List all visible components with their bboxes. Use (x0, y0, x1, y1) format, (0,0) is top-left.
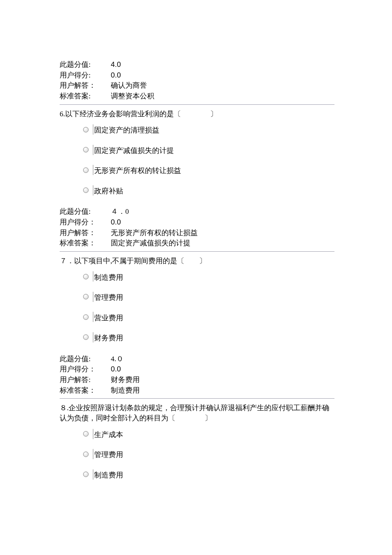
vline-icon (93, 185, 93, 196)
option-row[interactable]: 固定资产减值损失的计提 (83, 144, 334, 155)
option-text: 管理费用 (94, 292, 123, 303)
radio-icon[interactable] (83, 147, 89, 152)
question-8: ８.企业按照辞退计划条款的规定，合理预计并确认辞退福利产生的应付职工薪酬并确认为… (60, 403, 334, 480)
meta-value-user-answer: 确认为商誉 (111, 81, 147, 91)
meta-row-user-score: 用户得分: 0.0 (60, 70, 334, 81)
question-stem: ８.企业按照辞退计划条款的规定，合理预计并确认辞退福利产生的应付职工薪酬并确认为… (60, 403, 334, 423)
radio-icon[interactable] (83, 431, 89, 437)
vline-icon (93, 332, 93, 342)
meta-value-user-answer: 财务费用 (111, 375, 140, 385)
meta-row-user-answer: 用户解答： 无形资产所有权的转让损益 (60, 228, 334, 239)
meta-label-user-answer: 用户解答: (60, 375, 111, 385)
meta-row-user-answer: 用户解答： 确认为商誉 (60, 81, 334, 91)
radio-icon[interactable] (83, 127, 89, 132)
q5-meta: 此题分值: 4.0 用户得分: 0.0 用户解答： 确认为商誉 标准答案: 调整… (60, 60, 334, 102)
meta-label-user-answer: 用户解答： (60, 228, 111, 239)
option-text: 制造费用 (94, 470, 123, 481)
option-text: 无形资产所有权的转让损益 (94, 165, 181, 176)
meta-label-correct-answer: 标准答案： (60, 385, 111, 396)
option-text: 管理费用 (94, 449, 123, 460)
option-text: 营业费用 (94, 313, 123, 324)
meta-row-correct-answer: 标准答案： 固定资产减值损失的计提 (60, 238, 334, 249)
meta-value-correct-answer: 调整资本公积 (111, 91, 154, 102)
vline-icon (93, 429, 93, 439)
meta-value-correct-answer: 固定资产减值损失的计提 (111, 238, 190, 249)
radio-icon[interactable] (83, 187, 89, 193)
meta-label-correct-answer: 标准答案： (60, 238, 111, 249)
option-row[interactable]: 营业费用 (83, 312, 334, 323)
divider (60, 104, 334, 105)
q7-meta: 此题分值: 4.０ 用户得分： 0.0 用户解答: 财务费用 标准答案： 制造费… (60, 354, 334, 396)
option-text: 生产成本 (94, 429, 123, 440)
radio-icon[interactable] (83, 314, 89, 320)
meta-row-user-score: 用户得分： 0.0 (60, 217, 334, 228)
meta-label-user-score: 用户得分： (60, 217, 111, 228)
meta-value-user-score: 0.0 (111, 217, 121, 228)
meta-label-user-score: 用户得分： (60, 364, 111, 375)
vline-icon (93, 469, 93, 480)
option-text: 政府补贴 (94, 186, 123, 197)
option-row[interactable]: 无形资产所有权的转让损益 (83, 164, 334, 175)
radio-icon[interactable] (83, 294, 89, 299)
question-stem: 6.以下经济业务会影响营业利润的是〔 〕 (60, 109, 334, 119)
radio-icon[interactable] (83, 167, 89, 173)
option-text: 制造费用 (94, 272, 123, 283)
option-row[interactable]: 管理费用 (83, 291, 334, 302)
meta-label-user-answer: 用户解答： (60, 81, 111, 91)
q6-meta: 此题分值: ４．0 用户得分： 0.0 用户解答： 无形资产所有权的转让损益 标… (60, 207, 334, 249)
question-stem: ７．以下项目中,不属于期间费用的是〔 〕 (60, 256, 334, 266)
options-list: 固定资产的清理损益 固定资产减值损失的计提 无形资产所有权的转让损益 政府补贴 (83, 124, 334, 196)
option-text: 固定资产减值损失的计提 (94, 145, 174, 156)
meta-label-correct-answer: 标准答案: (60, 91, 111, 102)
meta-row-score: 此题分值: 4.０ (60, 354, 334, 365)
question-7: ７．以下项目中,不属于期间费用的是〔 〕 制造费用 管理费用 营业费用 财务费用… (60, 256, 334, 396)
vline-icon (93, 145, 93, 155)
meta-value-user-score: 0.0 (111, 70, 121, 81)
meta-row-score: 此题分值: ４．0 (60, 207, 334, 217)
option-row[interactable]: 固定资产的清理损益 (83, 124, 334, 135)
option-row[interactable]: 生产成本 (83, 428, 334, 440)
divider (60, 251, 334, 252)
option-text: 固定资产的清理损益 (94, 125, 159, 136)
option-row[interactable]: 政府补贴 (83, 185, 334, 196)
meta-label-score: 此题分值: (60, 60, 111, 70)
meta-value-score: 4.０ (111, 354, 124, 365)
radio-icon[interactable] (83, 334, 89, 340)
meta-value-user-answer: 无形资产所有权的转让损益 (111, 228, 198, 239)
meta-label-score: 此题分值: (60, 354, 111, 365)
option-row[interactable]: 财务费用 (83, 332, 334, 343)
radio-icon[interactable] (83, 274, 89, 279)
question-6: 6.以下经济业务会影响营业利润的是〔 〕 固定资产的清理损益 固定资产减值损失的… (60, 109, 334, 249)
options-list: 制造费用 管理费用 营业费用 财务费用 (83, 271, 334, 343)
meta-row-score: 此题分值: 4.0 (60, 60, 334, 70)
radio-icon[interactable] (83, 472, 89, 477)
meta-row-correct-answer: 标准答案: 调整资本公积 (60, 91, 334, 102)
option-row[interactable]: 管理费用 (83, 449, 334, 460)
vline-icon (93, 165, 93, 175)
vline-icon (93, 271, 93, 282)
meta-value-score: ４．0 (111, 207, 129, 217)
meta-row-correct-answer: 标准答案： 制造费用 (60, 385, 334, 396)
meta-row-user-answer: 用户解答: 财务费用 (60, 375, 334, 385)
meta-label-user-score: 用户得分: (60, 70, 111, 81)
vline-icon (93, 124, 93, 135)
meta-value-user-score: 0.0 (111, 364, 121, 375)
meta-value-correct-answer: 制造费用 (111, 385, 140, 396)
options-list: 生产成本 管理费用 制造费用 (83, 428, 334, 480)
divider (60, 398, 334, 399)
option-row[interactable]: 制造费用 (83, 271, 334, 282)
meta-value-score: 4.0 (111, 60, 121, 70)
vline-icon (93, 449, 93, 459)
vline-icon (93, 312, 93, 322)
vline-icon (93, 292, 93, 302)
meta-label-score: 此题分值: (60, 207, 111, 217)
radio-icon[interactable] (83, 451, 89, 457)
option-row[interactable]: 制造费用 (83, 469, 334, 480)
meta-row-user-score: 用户得分： 0.0 (60, 364, 334, 375)
option-text: 财务费用 (94, 333, 123, 344)
